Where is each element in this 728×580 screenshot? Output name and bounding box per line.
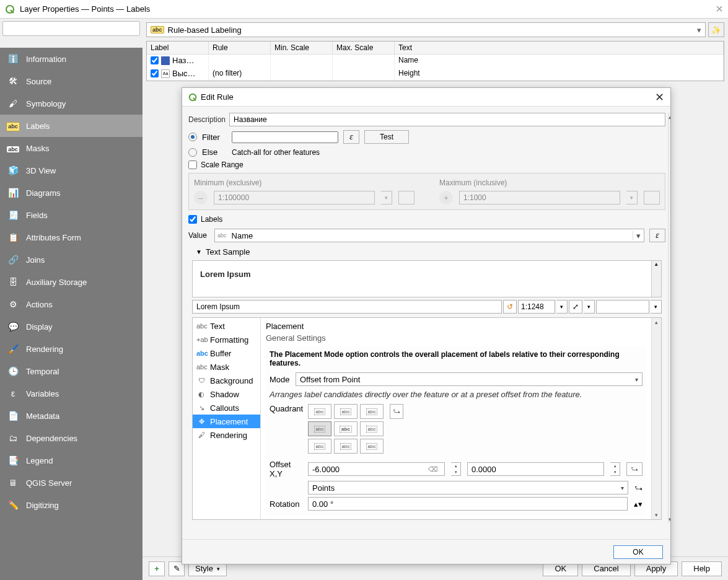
filter-input[interactable]: [232, 131, 338, 143]
row-checkbox[interactable]: [151, 56, 159, 64]
sidebar-item-information[interactable]: ℹ️Information: [0, 48, 143, 70]
sidebar-item-digitizing[interactable]: ✏️Digitizing: [0, 494, 143, 516]
window-close-button[interactable]: ×: [716, 2, 723, 16]
sidebar-item-metadata[interactable]: 📄Metadata: [0, 405, 143, 427]
sidebar-item-variables[interactable]: εVariables: [0, 382, 143, 405]
sidebar-item-temporal[interactable]: 🕒Temporal: [0, 360, 143, 382]
quadrant-tl[interactable]: abc: [308, 404, 331, 419]
sidebar-item-label: Legend: [26, 456, 53, 465]
sidebar-item-fields[interactable]: 🧾Fields: [0, 204, 143, 226]
sidebar-search-input[interactable]: [2, 21, 140, 36]
labels-checkbox[interactable]: [188, 215, 197, 224]
sidebar-item-legend[interactable]: 📑Legend: [0, 449, 143, 472]
row-max: [333, 68, 395, 81]
automated-placement-button[interactable]: ✨: [708, 22, 724, 37]
col-text[interactable]: Text: [395, 42, 724, 55]
sample-scale-dropdown[interactable]: ▾: [556, 300, 568, 314]
sidebar-item-actions[interactable]: ⚙Actions: [0, 293, 143, 315]
quadrant-ml[interactable]: abc: [308, 421, 331, 436]
quadrant-mr[interactable]: abc: [360, 421, 384, 436]
help-button[interactable]: Help: [682, 561, 722, 576]
col-label[interactable]: Label: [147, 42, 209, 55]
table-row[interactable]: Наз… Name: [147, 55, 724, 68]
tab-rendering-label[interactable]: 🖋Rendering: [193, 428, 260, 442]
sample-scale-input[interactable]: [518, 300, 555, 314]
tab-callouts[interactable]: ↘Callouts: [193, 401, 260, 415]
quadrant-tr[interactable]: abc: [360, 404, 384, 419]
dialog-close-button[interactable]: ✕: [655, 90, 664, 104]
labeling-mode-combo[interactable]: abc Rule-based Labeling ▾: [146, 22, 706, 37]
sidebar-item-auxiliary-storage[interactable]: 🗄Auxiliary Storage: [0, 271, 143, 293]
col-rule[interactable]: Rule: [209, 42, 271, 55]
sidebar-item-attributes-form[interactable]: 📋Attributes Form: [0, 226, 143, 248]
sample-bg-dropdown[interactable]: ▾: [651, 300, 662, 314]
sidebar-item-rendering[interactable]: 🖌️Rendering: [0, 338, 143, 360]
tab-placement[interactable]: ✥Placement: [193, 415, 260, 428]
sample-background-color[interactable]: [596, 300, 649, 314]
quadrant-center[interactable]: abc: [334, 421, 357, 436]
tab-background[interactable]: 🛡Background: [193, 374, 260, 387]
units-override-button[interactable]: ⮑: [634, 483, 642, 493]
sidebar-item-symbology[interactable]: 🖌Symbology: [0, 92, 143, 115]
sidebar-item-dependencies[interactable]: 🗂Dependencies: [0, 427, 143, 449]
rotation-value: 0.00 °: [312, 499, 333, 509]
sidebar-item-masks[interactable]: abcMasks: [0, 137, 143, 159]
expression-button[interactable]: ε: [343, 130, 359, 144]
sample-scrollbar[interactable]: ▴: [651, 261, 661, 297]
sidebar-item-joins[interactable]: 🔗Joins: [0, 248, 143, 271]
tab-formatting[interactable]: +abFormatting: [193, 333, 260, 346]
dialog-scrollbar[interactable]: ▴▾: [668, 113, 670, 524]
tab-buffer[interactable]: abcBuffer: [193, 346, 260, 360]
offset-x-input[interactable]: -6.0000⌫: [308, 462, 445, 476]
tab-content-scrollbar[interactable]: ▴▾: [651, 318, 661, 519]
filter-radio[interactable]: [188, 133, 197, 141]
sidebar-item-display[interactable]: 💬Display: [0, 315, 143, 338]
tab-text[interactable]: abcText: [193, 319, 260, 333]
offset-y-spinner[interactable]: ▴▾: [610, 462, 620, 476]
dialog-ok-button[interactable]: OK: [613, 545, 663, 559]
offset-y-input[interactable]: 0.0000: [467, 462, 604, 476]
sidebar-item-source[interactable]: 🛠Source: [0, 70, 143, 92]
label-tabs: abcText +abFormatting abcBuffer abcMask …: [193, 318, 261, 519]
quadrant-br[interactable]: abc: [360, 439, 384, 454]
quadrant-override-button[interactable]: ⮑: [390, 404, 403, 419]
offset-units-combo[interactable]: Points ▾: [308, 481, 628, 494]
clear-x-icon[interactable]: ⌫: [426, 465, 441, 473]
max-scale-input: [459, 191, 620, 204]
text-sample-header[interactable]: ▼ Text Sample: [196, 247, 665, 257]
sample-zoom-dropdown[interactable]: ▾: [584, 300, 595, 314]
sidebar-item-qgis-server[interactable]: 🖥QGIS Server: [0, 472, 143, 494]
sidebar-item-diagrams[interactable]: 📊Diagrams: [0, 182, 143, 204]
tab-label: Buffer: [210, 349, 231, 358]
sidebar-item-3dview[interactable]: 🧊3D View: [0, 159, 143, 182]
mode-combo[interactable]: Offset from Point ▾: [296, 372, 642, 386]
offset-override-button[interactable]: ⮑: [626, 462, 642, 476]
reset-sample-button[interactable]: ↺: [503, 300, 517, 314]
description-input[interactable]: [229, 113, 665, 126]
tab-shadow[interactable]: ◐Shadow: [193, 387, 260, 401]
rotation-spinner[interactable]: ▴▾: [634, 499, 642, 509]
tab-mask[interactable]: abcMask: [193, 360, 260, 374]
scale-range-checkbox[interactable]: [188, 160, 197, 169]
else-radio[interactable]: [188, 148, 197, 157]
sample-text-input[interactable]: [192, 300, 502, 314]
rendering-tab-icon: 🖋: [196, 431, 206, 439]
tab-label: Rendering: [210, 431, 247, 440]
table-row[interactable]: AaВыс… (no filter) Height: [147, 68, 724, 81]
col-max[interactable]: Max. Scale: [333, 42, 395, 55]
test-button[interactable]: Test: [364, 130, 409, 144]
row-checkbox[interactable]: [151, 69, 159, 77]
quadrant-bc[interactable]: abc: [334, 439, 357, 454]
add-rule-button[interactable]: +: [149, 561, 165, 576]
rotation-input[interactable]: 0.00 °: [308, 497, 628, 511]
sidebar-item-labels[interactable]: abcLabels: [0, 115, 143, 137]
offset-x-spinner[interactable]: ▴▾: [451, 462, 461, 476]
value-combo[interactable]: abc Name ▾: [214, 229, 644, 242]
sample-zoom-to-button[interactable]: ⤢: [569, 300, 582, 314]
value-expression-button[interactable]: ε: [649, 229, 665, 242]
col-min[interactable]: Min. Scale: [271, 42, 333, 55]
quadrant-bl[interactable]: abc: [308, 439, 331, 454]
tab-content: Placement General Settings The Placement…: [261, 318, 651, 519]
quadrant-tc[interactable]: abc: [334, 404, 357, 419]
diagrams-icon: 📊: [6, 188, 20, 198]
